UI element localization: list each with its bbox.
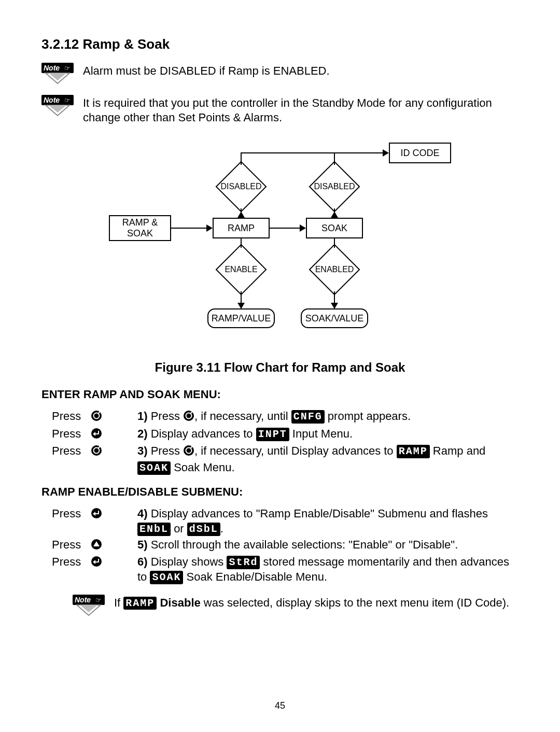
display-code: ENbL — [137, 523, 171, 536]
note-1: Alarm must be DISABLED if Ramp is ENABLE… — [41, 63, 519, 85]
menu-button-icon — [183, 445, 194, 460]
note-2: It is required that you put the controll… — [41, 95, 519, 124]
fc-id-code: ID CODE — [389, 143, 451, 163]
step-text: Display advances to — [151, 427, 256, 440]
note-bold: Disable — [157, 596, 200, 609]
note-text: If RAMP Disable was selected, display sk… — [114, 595, 509, 610]
fc-label: ENABLED — [315, 265, 354, 274]
step-text: , if necessary, until Display advances t… — [194, 444, 397, 457]
press-label: Press — [41, 506, 137, 536]
display-code: RAMP — [123, 597, 157, 610]
press-text: Press — [52, 538, 81, 551]
step-text: Scroll through the available selections:… — [151, 538, 458, 551]
subheading-ramp-submenu: RAMP ENABLE/DISABLE SUBMENU: — [41, 485, 519, 499]
step-2: Press 2) Display advances to INPT Input … — [41, 427, 519, 443]
display-code: INPT — [256, 428, 289, 441]
fc-ramp: RAMP — [213, 218, 270, 238]
figure-caption: Figure 3.11 Flow Chart for Ramp and Soak — [41, 360, 519, 375]
fc-ramp-value: RAMP/VALUE — [207, 308, 275, 328]
display-code: dSbL — [187, 523, 220, 536]
display-code: SOAK — [150, 571, 183, 584]
step-number: 4) — [137, 507, 148, 520]
press-text: Press — [52, 410, 81, 423]
step-text: Input Menu. — [289, 427, 353, 440]
step-number: 1) — [137, 410, 148, 423]
display-code: SOAK — [137, 461, 171, 475]
step-text: Ramp and — [430, 444, 486, 457]
note-icon — [41, 63, 74, 85]
fc-soak: SOAK — [306, 218, 363, 238]
step-number: 5) — [137, 538, 148, 551]
note-3: If RAMP Disable was selected, display sk… — [41, 595, 519, 616]
fc-label: DISABLED — [314, 182, 355, 191]
display-code: RAMP — [397, 445, 430, 458]
step-text: prompt appears. — [325, 410, 411, 423]
note-part: was selected, display skips to the next … — [201, 596, 509, 609]
step-text: Display advances to "Ramp Enable/Disable… — [151, 507, 488, 520]
step-number: 6) — [137, 555, 148, 568]
menu-button-icon — [91, 445, 102, 460]
enter-button-icon — [91, 508, 102, 523]
enter-button-icon — [91, 556, 102, 571]
step-6: Press 6) Display shows StRd stored messa… — [41, 555, 519, 584]
fc-label: ENABLE — [225, 265, 257, 274]
display-code: CNFG — [291, 410, 325, 424]
press-text: Press — [52, 444, 81, 457]
press-label: Press — [41, 538, 137, 554]
step-text: Press — [151, 410, 183, 423]
step-text: . — [220, 522, 223, 535]
menu-button-icon — [183, 410, 194, 426]
step-text: or — [171, 522, 187, 535]
enter-button-icon — [91, 428, 102, 443]
fc-ramp-soak: RAMP & SOAK — [109, 215, 171, 241]
display-code: StRd — [227, 556, 260, 569]
note-text: It is required that you put the controll… — [83, 95, 519, 124]
manual-page: 3.2.12 Ramp & Soak Alarm must be DISABLE… — [0, 0, 560, 732]
note-icon — [73, 595, 105, 616]
press-label: Press — [41, 555, 137, 584]
press-label: Press — [41, 427, 137, 443]
step-1: Press 1) Press , if necessary, until CNF… — [41, 409, 519, 426]
fc-soak-disabled: DISABLED — [316, 168, 353, 205]
press-text: Press — [52, 555, 81, 568]
step-3: Press 3) Press , if necessary, until Dis… — [41, 444, 519, 475]
step-text: , if necessary, until — [194, 410, 291, 423]
press-text: Press — [52, 507, 81, 520]
note-text: Alarm must be DISABLED if Ramp is ENABLE… — [83, 63, 330, 78]
section-title: 3.2.12 Ramp & Soak — [41, 36, 519, 52]
step-text: Display shows — [151, 555, 227, 568]
step-text: Press — [151, 444, 183, 457]
menu-button-icon — [91, 410, 102, 426]
step-5: Press 5) Scroll through the available se… — [41, 538, 519, 554]
flowchart: RAMP & SOAK RAMP SOAK ID CODE DISABLED D… — [99, 135, 461, 353]
note-icon — [41, 95, 74, 117]
fc-soak-enabled: ENABLED — [316, 251, 353, 288]
press-text: Press — [52, 427, 81, 440]
press-label: Press — [41, 444, 137, 475]
fc-soak-value: SOAK/VALUE — [301, 308, 368, 328]
step-text: Soak Enable/Disable Menu. — [183, 570, 327, 583]
fc-label: DISABLED — [220, 182, 261, 191]
fc-ramp-enable: ENABLE — [223, 251, 259, 288]
step-number: 2) — [137, 427, 148, 440]
fc-ramp-disabled: DISABLED — [223, 168, 259, 205]
up-button-icon — [91, 539, 102, 554]
step-text: Soak Menu. — [171, 461, 235, 474]
page-number: 45 — [0, 700, 560, 711]
step-number: 3) — [137, 444, 148, 457]
step-4: Press 4) Display advances to "Ramp Enabl… — [41, 506, 519, 536]
press-label: Press — [41, 409, 137, 426]
note-part: If — [114, 596, 123, 609]
subheading-enter-menu: ENTER RAMP AND SOAK MENU: — [41, 388, 519, 401]
